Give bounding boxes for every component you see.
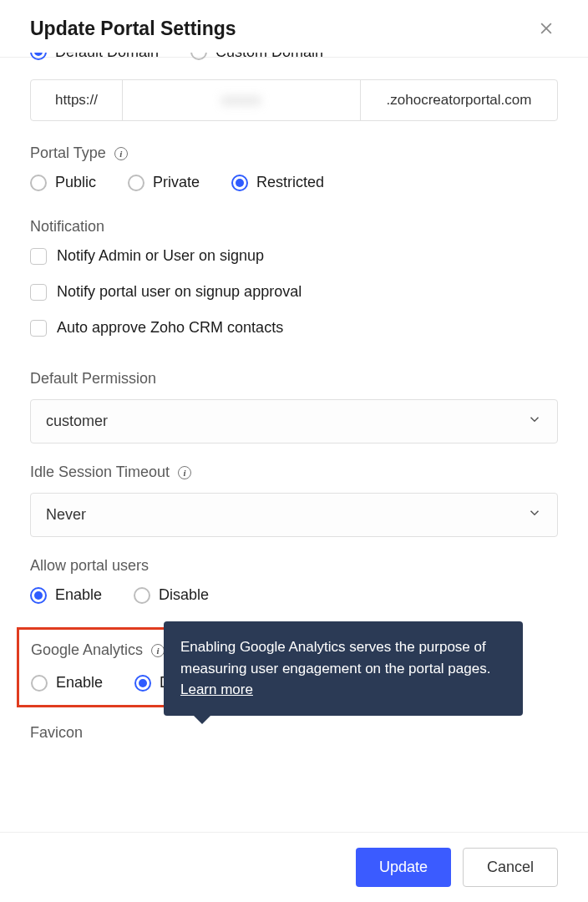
checkbox-label: Auto approve Zoho CRM contacts [57, 319, 283, 337]
notification-label: Notification [30, 218, 558, 236]
checkbox-auto-approve[interactable]: Auto approve Zoho CRM contacts [30, 319, 558, 337]
radio-icon [190, 53, 207, 60]
checkbox-notify-user[interactable]: Notify portal user on signup approval [30, 283, 558, 301]
radio-default-domain[interactable]: Default Domain [30, 53, 159, 61]
select-value: Never [46, 506, 86, 524]
domain-suffix: .zohocreatorportal.com [361, 80, 557, 120]
domain-input-row: https:// xxxxx .zohocreatorportal.com [30, 79, 558, 121]
update-button[interactable]: Update [356, 848, 451, 887]
label-text: Portal Type [30, 144, 106, 162]
default-permission-select[interactable]: customer [30, 399, 558, 443]
radio-private[interactable]: Private [128, 174, 200, 191]
idle-timeout-select[interactable]: Never [30, 493, 558, 537]
radio-custom-domain[interactable]: Custom Domain [190, 53, 323, 61]
radio-icon [30, 175, 47, 191]
chevron-down-icon [527, 505, 542, 524]
close-button[interactable] [535, 17, 558, 40]
radio-label: Custom Domain [215, 53, 323, 61]
label-text: Idle Session Timeout [30, 464, 170, 481]
checkbox-icon [30, 248, 47, 265]
radio-icon [134, 675, 151, 692]
chevron-down-icon [527, 412, 542, 431]
radio-label: Public [55, 174, 96, 191]
select-value: customer [46, 413, 108, 430]
radio-ga-enable[interactable]: Enable [31, 674, 103, 692]
radio-self-signup-disable[interactable]: Disable [134, 586, 209, 604]
favicon-label: Favicon [30, 724, 558, 742]
domain-prefix: https:// [31, 80, 123, 120]
google-analytics-tooltip: Enabling Google Analytics serves the pur… [164, 621, 523, 716]
radio-public[interactable]: Public [30, 174, 96, 191]
subdomain-input[interactable]: xxxxx [123, 80, 361, 120]
subdomain-value: xxxxx [221, 92, 261, 109]
close-icon [538, 20, 555, 37]
update-portal-settings-dialog: Update Portal Settings Default Domain Cu… [0, 0, 588, 902]
default-permission-label: Default Permission [30, 370, 558, 388]
radio-label: Enable [56, 674, 103, 692]
label-text: Google Analytics [31, 641, 143, 659]
radio-icon [134, 587, 150, 604]
radio-icon [30, 587, 47, 604]
allow-self-signup-radio-group: Enable Disable [30, 586, 558, 604]
checkbox-notify-admin[interactable]: Notify Admin or User on signup [30, 247, 558, 265]
radio-self-signup-enable[interactable]: Enable [30, 586, 102, 604]
radio-icon [31, 675, 48, 692]
checkbox-icon [30, 320, 47, 337]
dialog-title: Update Portal Settings [30, 18, 236, 40]
radio-icon [30, 53, 47, 60]
radio-label: Default Domain [55, 53, 159, 61]
radio-icon [128, 175, 144, 191]
info-icon[interactable]: i [151, 644, 165, 657]
domain-type-radio-group: Default Domain Custom Domain [30, 53, 558, 68]
radio-restricted[interactable]: Restricted [231, 174, 324, 191]
radio-label: Enable [55, 586, 102, 604]
checkbox-label: Notify portal user on signup approval [57, 283, 302, 301]
info-icon[interactable]: i [114, 147, 128, 160]
tooltip-text: Enabling Google Analytics serves the pur… [180, 639, 490, 676]
radio-label: Disable [159, 586, 209, 604]
dialog-footer: Update Cancel [0, 832, 588, 902]
radio-label: Private [153, 174, 200, 191]
cancel-button[interactable]: Cancel [463, 848, 558, 887]
portal-type-label: Portal Type i [30, 144, 558, 162]
radio-label: Restricted [256, 174, 324, 191]
portal-type-radio-group: Public Private Restricted [30, 174, 558, 191]
allow-self-signup-label: Allow portal users [30, 557, 558, 575]
checkbox-label: Notify Admin or User on signup [57, 247, 264, 265]
radio-icon [231, 175, 248, 191]
info-icon[interactable]: i [178, 466, 191, 479]
idle-timeout-label: Idle Session Timeout i [30, 464, 558, 481]
checkbox-icon [30, 284, 47, 301]
tooltip-learn-more-link[interactable]: Learn more [180, 682, 253, 697]
dialog-header: Update Portal Settings [0, 0, 588, 58]
